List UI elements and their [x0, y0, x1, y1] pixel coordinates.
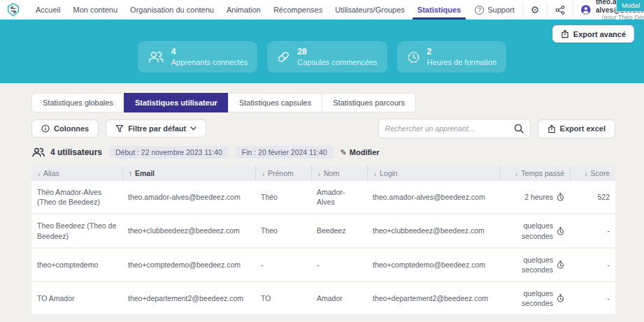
- sort-down-icon: ↓: [373, 170, 377, 177]
- users-icon: [31, 147, 45, 157]
- sort-down-icon: ↓: [37, 170, 41, 177]
- cell-temps-passe: 2 heures: [500, 181, 570, 213]
- stat-value-hours: 2: [427, 47, 497, 58]
- stats-banner: 4 Apprenants connectés 28 Capsules comme…: [0, 20, 644, 83]
- filter-label: Filtre par défaut: [128, 124, 186, 133]
- cell-login: theo+clubbeedeez@beedeez.com: [367, 214, 500, 247]
- table-row[interactable]: Theo Beedeez (Theo de Beedeez) theo+club…: [31, 214, 615, 248]
- table-body: Théo Amador-Alves (Theo de Beedeez) theo…: [31, 181, 615, 316]
- table-row[interactable]: Théo Amador-Alves (Theo de Beedeez) theo…: [31, 181, 615, 214]
- stat-card-capsules: 28 Capsules commencées: [267, 41, 387, 73]
- question-icon: ?: [475, 6, 484, 15]
- cell-prenom: Théo: [255, 181, 311, 213]
- table-header: ↓Alias ↑Email ↓Prénom ↓Nom ↓Login ↓Temps…: [31, 166, 615, 181]
- cell-score: -: [570, 214, 615, 247]
- beedeez-logo-icon[interactable]: [7, 3, 20, 17]
- nav-item-statistiques[interactable]: Statistiques: [411, 0, 467, 20]
- column-header-login[interactable]: ↓Login: [367, 166, 500, 181]
- capsule-icon: [277, 50, 290, 64]
- column-header-alias[interactable]: ↓Alias: [31, 166, 122, 181]
- edit-label: Modifier: [350, 148, 380, 156]
- cell-prenom: -: [255, 249, 311, 281]
- nav-items: Accueil Mon contenu Organisation du cont…: [29, 0, 467, 20]
- nav-item-recompenses[interactable]: Récompenses: [267, 0, 329, 20]
- cell-prenom: TO: [255, 282, 311, 314]
- export-excel-button[interactable]: Export excel: [538, 119, 615, 138]
- cell-temps-passe: quelques secondes: [500, 249, 570, 281]
- statistics-tabs: Statistiques globales Statistiques utili…: [31, 93, 416, 112]
- users-table: ↓Alias ↑Email ↓Prénom ↓Nom ↓Login ↓Temps…: [31, 166, 615, 316]
- stat-card-learners: 4 Apprenants connectés: [138, 41, 257, 73]
- nav-item-mon-contenu[interactable]: Mon contenu: [66, 0, 124, 20]
- tab-statistiques-globales[interactable]: Statistiques globales: [31, 93, 124, 112]
- gear-icon: ⚙: [531, 5, 540, 15]
- end-date-badge[interactable]: Fin : 20 février 2024 11:40: [236, 146, 334, 159]
- support-button[interactable]: ? Support: [467, 3, 522, 16]
- stat-label-capsules: Capsules commencées: [297, 58, 377, 67]
- chevron-down-icon: [190, 126, 196, 131]
- share-icon: [555, 6, 565, 15]
- table-toolbar: Colonnes Filtre par défaut Export excel: [31, 119, 615, 138]
- export-excel-label: Export excel: [560, 124, 606, 133]
- cell-login: theo+comptedemo@beedeez.com: [367, 249, 500, 281]
- cell-alias: theo+comptedemo: [31, 249, 122, 281]
- sort-down-icon: ↓: [515, 170, 518, 177]
- nav-item-organisation[interactable]: Organisation du contenu: [124, 0, 220, 20]
- results-summary: 4 utilisateurs Début : 22 novembre 2023 …: [31, 146, 615, 159]
- sort-up-icon: ↑: [129, 170, 132, 177]
- columns-label: Colonnes: [54, 124, 89, 133]
- cell-login: theo+departement2@beedeez.com: [367, 282, 500, 314]
- table-row[interactable]: TO Amador theo+departement2@beedeez.com …: [31, 282, 615, 316]
- cell-nom: Beedeez: [311, 214, 367, 247]
- users-icon: [148, 51, 164, 63]
- stat-value-learners: 4: [171, 47, 248, 58]
- cell-alias: Theo Beedeez (Theo de Beedeez): [31, 214, 122, 247]
- cell-alias: Théo Amador-Alves (Theo de Beedeez): [31, 181, 122, 213]
- users-count: 4 utilisateurs: [31, 147, 102, 157]
- cell-temps-passe: quelques secondes: [500, 214, 570, 247]
- top-navigation: Accueil Mon contenu Organisation du cont…: [0, 0, 644, 20]
- nav-item-animation[interactable]: Animation: [220, 0, 267, 20]
- toolbar-right: Export excel: [378, 119, 615, 138]
- export-icon: [561, 29, 569, 38]
- tab-statistiques-capsules[interactable]: Statistiques capsules: [228, 93, 322, 112]
- filter-button[interactable]: Filtre par défaut: [106, 119, 206, 138]
- search-input[interactable]: [385, 124, 514, 133]
- nav-item-accueil[interactable]: Accueil: [29, 0, 66, 20]
- columns-button[interactable]: Colonnes: [31, 119, 99, 138]
- start-date-badge[interactable]: Début : 22 novembre 2023 11:40: [109, 146, 229, 159]
- stopwatch-icon: [557, 294, 564, 302]
- main-content: Statistiques globales Statistiques utili…: [0, 83, 644, 316]
- stopwatch-icon: [557, 261, 564, 269]
- edit-dates-button[interactable]: ✎ Modifier: [341, 148, 380, 157]
- users-count-label: 4 utilisateurs: [50, 147, 102, 157]
- tab-statistiques-utilisateur[interactable]: Statistiques utilisateur: [124, 93, 229, 112]
- table-row[interactable]: theo+comptedemo theo+comptedemo@beedeez.…: [31, 249, 615, 282]
- stat-label-hours: Heures de formation: [427, 58, 497, 67]
- info-icon: [41, 124, 50, 133]
- column-header-nom[interactable]: ↓Nom: [311, 166, 367, 181]
- stat-card-hours: 2 Heures de formation: [397, 41, 507, 73]
- settings-button[interactable]: ⚙: [522, 3, 548, 16]
- nav-item-utilisateurs-groupes[interactable]: Utilisateurs/Groupes: [329, 0, 411, 20]
- sort-down-icon: ↓: [585, 170, 588, 177]
- export-advanced-label: Export avancé: [573, 30, 626, 38]
- stopwatch-icon: [557, 227, 564, 235]
- cell-nom: -: [311, 249, 367, 281]
- column-header-prenom[interactable]: ↓Prénom: [255, 166, 311, 181]
- avatar: [581, 2, 591, 17]
- column-header-email[interactable]: ↑Email: [122, 166, 255, 181]
- cell-score: -: [570, 249, 615, 281]
- pencil-icon: ✎: [341, 148, 347, 157]
- search-icon[interactable]: [514, 124, 524, 133]
- cell-temps-passe: quelques secondes: [500, 282, 570, 314]
- cell-score: -: [570, 282, 615, 314]
- sort-down-icon: ↓: [262, 170, 265, 177]
- share-button[interactable]: [547, 3, 573, 16]
- export-advanced-button[interactable]: Export avancé: [552, 25, 634, 43]
- column-header-temps-passe[interactable]: ↓Temps passé: [500, 166, 570, 181]
- tab-statistiques-parcours[interactable]: Statistiques parcours: [322, 93, 416, 112]
- stat-label-learners: Apprenants connectés: [171, 58, 248, 67]
- column-header-score[interactable]: ↓Score: [570, 166, 615, 181]
- clock-icon: [407, 50, 420, 64]
